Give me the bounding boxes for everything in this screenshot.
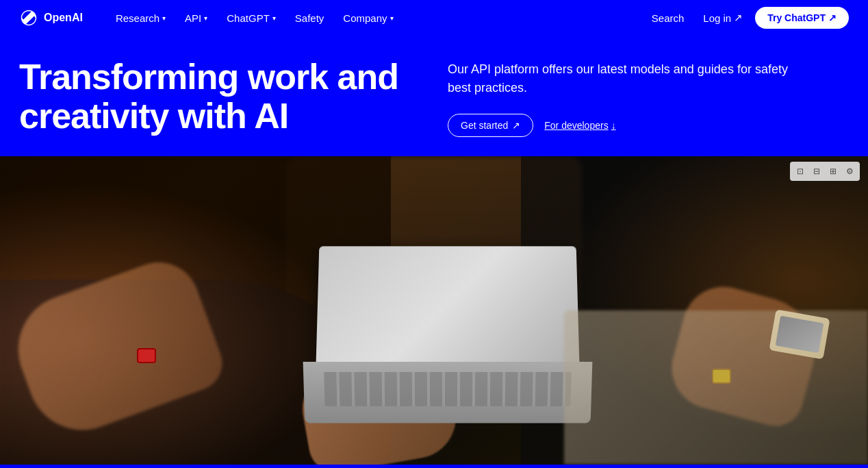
chevron-down-icon: ▾ — [390, 14, 394, 22]
external-link-icon: ↗ — [734, 12, 743, 24]
nav-links: Research ▾ API ▾ ChatGPT ▾ Safety Compan… — [107, 8, 645, 28]
hero-image-bg — [0, 156, 868, 465]
navbar: OpenAI Research ▾ API ▾ ChatGPT ▾ Safety… — [0, 0, 868, 36]
screenshot-ctrl-2[interactable]: ⊟ — [809, 164, 824, 179]
hero-left: Transforming work and creativity with AI — [19, 58, 420, 136]
nav-api[interactable]: API ▾ — [177, 8, 216, 28]
for-developers-label: For developers — [544, 120, 608, 131]
nav-company-label: Company — [343, 12, 387, 24]
login-button[interactable]: Log in ↗ — [696, 8, 750, 28]
nav-actions: Search Log in ↗ Try ChatGPT ↗ — [645, 7, 849, 29]
hero-section: Transforming work and creativity with AI… — [0, 36, 868, 156]
arrow-icon: ↗ — [512, 120, 520, 131]
for-developers-button[interactable]: For developers ↓ — [544, 120, 615, 131]
openai-logo-icon — [19, 8, 38, 27]
hero-image — [0, 156, 868, 465]
hero-title: Transforming work and creativity with AI — [19, 58, 420, 136]
arrow-icon: ↗ — [828, 12, 837, 23]
nav-api-label: API — [185, 12, 201, 24]
laptop-keyboard — [303, 362, 592, 423]
nav-chatgpt[interactable]: ChatGPT ▾ — [218, 8, 284, 28]
hero-image-wrapper: ⊡ ⊟ ⊞ ⚙ — [0, 156, 868, 465]
nav-research-label: Research — [116, 12, 159, 24]
login-label: Log in — [703, 12, 731, 24]
settings-icon[interactable]: ⚙ — [842, 164, 857, 179]
laptop-screen — [316, 246, 579, 362]
nav-safety-label: Safety — [295, 12, 324, 24]
get-started-button[interactable]: Get started ↗ — [448, 114, 533, 137]
chevron-down-icon: ▾ — [272, 14, 276, 22]
screenshot-ctrl-3[interactable]: ⊞ — [826, 164, 841, 179]
hero-description: Our API platform offers our latest model… — [448, 60, 804, 97]
chevron-down-icon: ▾ — [162, 14, 166, 22]
down-arrow-icon: ↓ — [611, 120, 616, 131]
get-started-label: Get started — [461, 120, 508, 131]
hero-right: Our API platform offers our latest model… — [448, 58, 849, 137]
search-button[interactable]: Search — [645, 8, 691, 28]
hero-buttons: Get started ↗ For developers ↓ — [448, 114, 849, 137]
nav-chatgpt-label: ChatGPT — [227, 12, 270, 24]
nav-research[interactable]: Research ▾ — [107, 8, 174, 28]
brand-name: OpenAI — [44, 12, 83, 24]
logo[interactable]: OpenAI — [19, 8, 83, 27]
try-chatgpt-button[interactable]: Try ChatGPT ↗ — [755, 7, 849, 29]
try-chatgpt-label: Try ChatGPT — [767, 12, 826, 23]
nav-safety[interactable]: Safety — [287, 8, 333, 28]
chevron-down-icon: ▾ — [204, 14, 207, 22]
screenshot-ctrl-1[interactable]: ⊡ — [793, 164, 808, 179]
laptop — [304, 245, 591, 423]
screenshot-controls: ⊡ ⊟ ⊞ ⚙ — [790, 162, 860, 181]
nav-company[interactable]: Company ▾ — [335, 8, 401, 28]
watch-left — [137, 348, 156, 363]
